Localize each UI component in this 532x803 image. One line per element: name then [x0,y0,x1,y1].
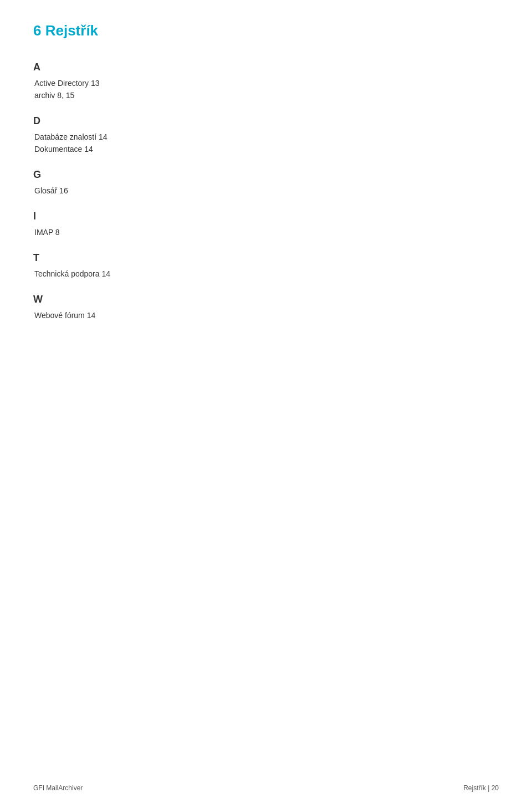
page-footer: GFI MailArchiver Rejstřík | 20 [0,784,532,792]
page-content: 6 Rejstřík AActive Directory 13archiv 8,… [0,0,532,367]
index-entry: Technická podpora 14 [33,269,499,278]
section-letter-a: A [33,62,499,73]
index-entry: archiv 8, 15 [33,91,499,100]
index-entry: Databáze znalostí 14 [33,132,499,141]
section-letter-i: I [33,211,499,222]
index-entry: Active Directory 13 [33,79,499,88]
index-entry: Dokumentace 14 [33,145,499,154]
index-entry: Glosář 16 [33,186,499,195]
section-letter-d: D [33,115,499,127]
footer-right: Rejstřík | 20 [463,784,499,792]
index-sections: AActive Directory 13archiv 8, 15DDatabáz… [33,62,499,320]
section-letter-g: G [33,169,499,181]
footer-left: GFI MailArchiver [33,784,83,792]
section-letter-t: T [33,252,499,264]
section-letter-w: W [33,294,499,305]
index-entry: IMAP 8 [33,228,499,237]
index-entry: Webové fórum 14 [33,311,499,320]
page-title: 6 Rejstřík [33,22,499,39]
